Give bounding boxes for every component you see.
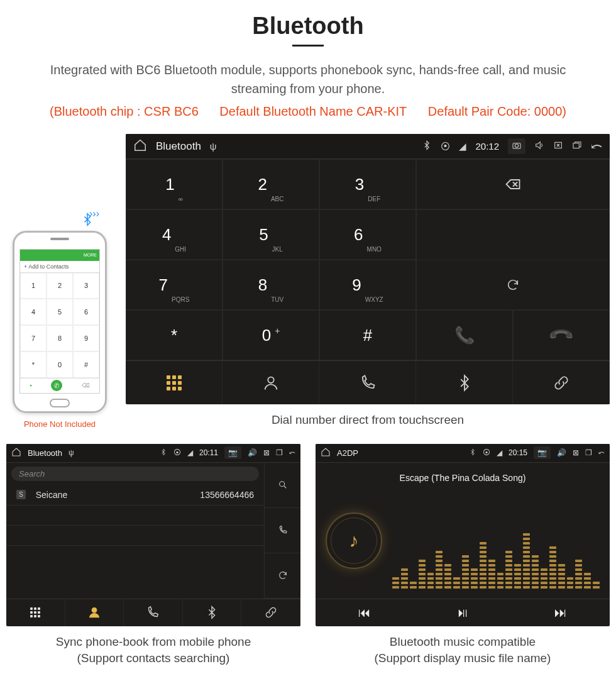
phone-dial-icon: ✆ bbox=[51, 380, 62, 391]
recent-apps-icon[interactable] bbox=[572, 140, 582, 152]
main-caption: Dial number direct from touchscreen bbox=[126, 412, 610, 429]
dial-key-#[interactable]: # bbox=[319, 310, 416, 360]
phonebook-panel: Bluetooth ψ ⦿ ◢ 20:11 📷 🔊 ⊠ ❐ ⤺ Search S bbox=[6, 444, 300, 626]
app-title: A2DP bbox=[337, 448, 358, 458]
phone-not-included-label: Phone Not Included bbox=[24, 419, 96, 429]
search-button[interactable] bbox=[265, 463, 300, 508]
contact-row[interactable]: S Seicane 13566664466 bbox=[6, 485, 264, 506]
tab-pair[interactable] bbox=[513, 361, 610, 404]
recent-apps-icon[interactable]: ❐ bbox=[276, 448, 283, 457]
close-icon[interactable] bbox=[553, 140, 563, 152]
tab-pair[interactable] bbox=[241, 599, 300, 626]
add-to-contacts: + Add to Contacts bbox=[20, 261, 99, 273]
tab-dialpad[interactable] bbox=[126, 361, 223, 404]
phone-screen-header: MORE bbox=[20, 250, 99, 261]
bluetooth-status-icon bbox=[469, 448, 476, 458]
volume-icon[interactable]: 🔊 bbox=[557, 448, 566, 457]
camera-icon[interactable]: 📷 bbox=[224, 446, 241, 459]
hangup-key[interactable]: 📞 bbox=[513, 310, 610, 360]
sync-key[interactable] bbox=[416, 260, 610, 310]
dial-key-2[interactable]: 2ABC bbox=[223, 159, 319, 209]
dial-key-8[interactable]: 8TUV bbox=[223, 260, 319, 310]
call-button[interactable] bbox=[265, 508, 300, 553]
video-call-icon: ▪ bbox=[30, 382, 31, 389]
call-key[interactable]: 📞 bbox=[416, 310, 513, 360]
dial-key-1[interactable]: 1∞ bbox=[126, 159, 223, 209]
back-icon[interactable]: ⤺ bbox=[598, 448, 605, 457]
tab-contacts[interactable] bbox=[65, 599, 124, 626]
svg-point-1 bbox=[515, 144, 518, 147]
close-icon[interactable]: ⊠ bbox=[263, 448, 270, 457]
camera-icon[interactable]: 📷 bbox=[534, 446, 551, 459]
album-art-icon: ♪ bbox=[326, 512, 382, 569]
spec-chip: (Bluetooth chip : CSR BC6 bbox=[50, 104, 199, 118]
page-subtitle: Integrated with BC6 Bluetooth module, su… bbox=[6, 60, 610, 98]
contact-name: Seicane bbox=[36, 490, 68, 500]
page-title: Bluetooth bbox=[6, 13, 610, 40]
a2dp-panel: A2DP ⦿ ◢ 20:15 📷 🔊 ⊠ ❐ ⤺ Escape (The Pin… bbox=[316, 444, 610, 626]
status-bar: Bluetooth ψ ⦿ ◢ 20:12 ⤺ bbox=[126, 134, 610, 159]
bluetooth-status-icon bbox=[160, 448, 167, 458]
dial-grid: 1∞2ABC3DEF4GHI5JKL6MNO7PQRS8TUV9WXYZ*0+# bbox=[126, 159, 416, 360]
tab-bluetooth[interactable] bbox=[183, 599, 242, 626]
spec-line: (Bluetooth chip : CSR BC6 Default Blueto… bbox=[6, 104, 610, 119]
wifi-icon: ◢ bbox=[459, 141, 466, 152]
dial-key-6[interactable]: 6MNO bbox=[319, 209, 416, 260]
dialpad-panel: Bluetooth ψ ⦿ ◢ 20:12 ⤺ 1∞2ABC3DEF4GHI5J… bbox=[126, 134, 610, 404]
next-track-button[interactable]: ⏭ bbox=[512, 599, 610, 626]
dial-key-4[interactable]: 4GHI bbox=[126, 209, 223, 260]
phone-mock-column: ››› MORE + Add to Contacts 123 456 789 *… bbox=[6, 134, 113, 429]
play-pause-button[interactable]: ⏯ bbox=[414, 599, 512, 626]
song-title: Escape (The Pina Colada Song) bbox=[326, 473, 600, 483]
clock: 20:12 bbox=[475, 141, 499, 152]
empty-row bbox=[6, 546, 264, 566]
pb-caption: Sync phone-book from mobile phone(Suppor… bbox=[6, 634, 300, 667]
tab-contacts[interactable] bbox=[223, 361, 319, 404]
back-icon[interactable]: ⤺ bbox=[289, 448, 295, 457]
pb-tabbar bbox=[6, 599, 300, 626]
usb-icon: ψ bbox=[69, 448, 74, 457]
phone-keypad: 123 456 789 *0# bbox=[20, 273, 99, 378]
camera-icon[interactable] bbox=[508, 138, 525, 154]
dial-key-0[interactable]: 0+ bbox=[223, 310, 319, 360]
bottom-tabbar bbox=[126, 360, 610, 404]
close-icon[interactable]: ⊠ bbox=[573, 448, 579, 457]
sync-button[interactable] bbox=[265, 553, 300, 599]
svg-rect-3 bbox=[573, 143, 579, 148]
home-icon[interactable] bbox=[133, 138, 147, 155]
location-icon: ⦿ bbox=[441, 141, 450, 152]
location-icon: ⦿ bbox=[483, 448, 490, 457]
phone-frame: MORE + Add to Contacts 123 456 789 *0# ▪… bbox=[13, 231, 107, 413]
dial-key-7[interactable]: 7PQRS bbox=[126, 260, 223, 310]
bluetooth-signal-icon: ››› bbox=[80, 211, 94, 231]
volume-icon[interactable]: 🔊 bbox=[248, 448, 257, 457]
tab-bluetooth[interactable] bbox=[416, 361, 513, 404]
dial-key-9[interactable]: 9WXYZ bbox=[319, 260, 416, 310]
home-icon[interactable] bbox=[11, 447, 21, 459]
svg-point-6 bbox=[92, 608, 96, 612]
a2-status-bar: A2DP ⦿ ◢ 20:15 📷 🔊 ⊠ ❐ ⤺ bbox=[316, 444, 610, 463]
dial-key-5[interactable]: 5JKL bbox=[223, 209, 319, 260]
title-underline bbox=[292, 45, 324, 47]
dial-key-3[interactable]: 3DEF bbox=[319, 159, 416, 209]
search-input[interactable]: Search bbox=[11, 467, 259, 481]
usb-icon: ψ bbox=[210, 141, 217, 152]
svg-point-4 bbox=[268, 377, 273, 382]
backspace-key[interactable] bbox=[416, 159, 610, 209]
location-icon: ⦿ bbox=[173, 448, 181, 457]
back-icon[interactable]: ⤺ bbox=[591, 138, 602, 155]
phone-delete-icon: ⌫ bbox=[82, 382, 90, 389]
dial-key-*[interactable]: * bbox=[126, 310, 223, 360]
bluetooth-status-icon bbox=[422, 140, 432, 152]
tab-calls[interactable] bbox=[319, 361, 416, 404]
app-title: Bluetooth bbox=[156, 140, 201, 153]
recent-apps-icon[interactable]: ❐ bbox=[585, 448, 592, 457]
contact-tag: S bbox=[16, 490, 26, 499]
home-icon[interactable] bbox=[321, 447, 331, 459]
player-controls: ⏮ ⏯ ⏭ bbox=[316, 599, 610, 626]
contact-number: 13566664466 bbox=[200, 490, 254, 500]
tab-dialpad[interactable] bbox=[6, 599, 65, 626]
prev-track-button[interactable]: ⏮ bbox=[316, 599, 414, 626]
volume-icon[interactable] bbox=[534, 140, 544, 152]
tab-calls[interactable] bbox=[124, 599, 183, 626]
